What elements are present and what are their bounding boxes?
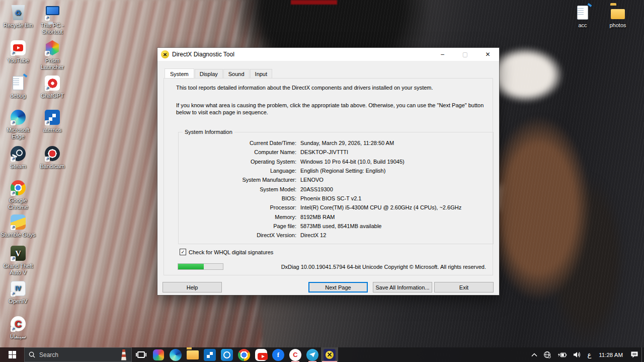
sysinfo-row: BIOS:Phoenix BIOS SC-T v2.1 <box>179 194 493 203</box>
system-tab-page: This tool reports detailed information a… <box>164 78 493 275</box>
youtube-icon <box>11 40 26 55</box>
search-icon <box>29 351 35 358</box>
save-all-information-button[interactable]: Save All Information... <box>373 282 432 293</box>
desktop-icon-prism-launcher[interactable]: Prism Launcher <box>34 39 70 70</box>
row-label: Computer Name: <box>179 149 296 155</box>
gta-v-icon <box>11 246 26 261</box>
row-label: Current Date/Time: <box>179 140 296 146</box>
maximize-button[interactable]: ▢ <box>454 48 476 61</box>
start-button[interactable] <box>0 347 24 362</box>
youtube-icon <box>255 349 267 361</box>
taskbar-clock[interactable]: 11:28 AM <box>594 347 627 362</box>
tab-sound[interactable]: Sound <box>223 69 250 79</box>
desktop-icon-label: acc <box>578 22 587 29</box>
desktop-icon-openiv[interactable]: OpenIV <box>0 280 36 305</box>
taskbar-file-explorer-button[interactable] <box>184 347 201 362</box>
desktop-icon-recycle-bin[interactable]: Recycle Bin <box>0 4 36 29</box>
desktop-icon-label: Google Chrome <box>0 197 36 210</box>
desktop-icon-label: YouTube <box>7 57 29 64</box>
desktop-icon-this-pc[interactable]: This PC - Shortcut <box>34 4 70 35</box>
desktop-icon-youtube[interactable]: YouTube <box>0 39 36 64</box>
next-page-button[interactable]: Next Page <box>308 282 368 293</box>
desktop-icon-label: Bandicam <box>40 163 65 170</box>
intro-text-1: This tool reports detailed information a… <box>176 84 488 91</box>
sysinfo-row: DirectX Version:DirectX 12 <box>179 231 493 240</box>
help-button[interactable]: Help <box>163 282 222 293</box>
tab-system[interactable]: System <box>165 68 194 79</box>
progress-bar-fill <box>178 264 204 269</box>
text-document-icon <box>577 6 588 20</box>
desktop-icon-cinemana[interactable]: سينمانا <box>0 315 36 340</box>
row-value: 20ASS19300 <box>300 186 333 192</box>
desktop-icon-edge[interactable]: Microsoft Edge <box>0 109 36 140</box>
recycle-bin-icon <box>11 5 26 20</box>
taskbar-youtube-button[interactable] <box>253 347 270 362</box>
system-tray: ع 11:28 AM <box>528 347 644 362</box>
taskbar-dxdiag-button[interactable] <box>321 347 338 362</box>
battery-tray-button[interactable] <box>554 347 570 362</box>
desktop-icon-gta-v[interactable]: Grand Theft Auto V <box>0 245 36 276</box>
whql-checkbox-row[interactable]: Check for WHQL digital signatures <box>180 249 273 255</box>
tab-display[interactable]: Display <box>195 69 223 79</box>
network-tray-button[interactable] <box>540 347 554 362</box>
show-desktop-button[interactable] <box>641 347 644 362</box>
tab-input[interactable]: Input <box>250 69 272 79</box>
action-center-icon <box>630 351 638 358</box>
sysinfo-row: Language:English (Regional Setting: Engl… <box>179 166 493 175</box>
input-language-indicator[interactable]: ع <box>584 347 594 362</box>
desktop-icon-debug[interactable]: debug <box>0 75 36 99</box>
taskbar-widgets-button[interactable] <box>150 347 167 362</box>
chrome-icon <box>11 180 26 195</box>
edge-icon <box>11 110 26 125</box>
desktop-icon-label: Prism Launcher <box>34 57 70 70</box>
desktop-icon-label: Grand Theft Auto V <box>0 263 36 276</box>
sysinfo-row: Page file:5873MB used, 8541MB available <box>179 222 493 231</box>
taskbar-facebook-button[interactable] <box>270 347 287 362</box>
action-center-button[interactable] <box>627 347 641 362</box>
wallpaper-red-smear <box>291 0 337 5</box>
taskbar-outlook-button[interactable] <box>218 347 235 362</box>
sysinfo-row: Current Date/Time:Sunday, March 29, 2026… <box>179 138 493 148</box>
exit-button[interactable]: Exit <box>434 282 494 293</box>
desktop-icon-chatgpt[interactable]: ChatGPT <box>34 75 70 99</box>
desktop-icon-photos[interactable]: photos <box>600 4 636 29</box>
whql-checkbox-label: Check for WHQL digital signatures <box>189 249 273 255</box>
task-view-button[interactable] <box>132 347 150 362</box>
taskbar-telegram-button[interactable] <box>304 347 321 362</box>
intro-text-2: If you know what area is causing the pro… <box>176 102 489 116</box>
directx-app-icon <box>161 50 169 58</box>
taskbar-edge-button[interactable] <box>167 347 184 362</box>
close-button[interactable]: ✕ <box>476 48 499 61</box>
sysinfo-row: Memory:8192MB RAM <box>179 212 493 221</box>
title-bar[interactable]: DirectX Diagnostic Tool – ▢ ✕ <box>157 48 499 61</box>
row-value: Phoenix BIOS SC-T v2.1 <box>300 195 361 201</box>
desktop-icon-acc[interactable]: acc <box>565 4 601 29</box>
desktop-icon-chrome[interactable]: Google Chrome <box>0 179 36 210</box>
desktop-icon-steam[interactable]: Steam <box>0 145 36 170</box>
taskbar-cinemana-button[interactable] <box>287 347 304 362</box>
groupbox-title: System Information <box>183 129 234 135</box>
row-label: System Manufacturer: <box>179 177 296 183</box>
row-label: Page file: <box>179 223 296 229</box>
network-globe-icon <box>543 351 551 358</box>
search-box[interactable]: Search <box>24 347 132 362</box>
chrome-icon <box>238 349 250 361</box>
desktop-icon-aternos[interactable]: aternos <box>34 109 70 133</box>
taskbar-store-button[interactable] <box>201 347 218 362</box>
prism-launcher-icon <box>45 40 60 55</box>
telegram-icon <box>306 349 318 361</box>
volume-tray-button[interactable] <box>570 347 584 362</box>
whql-checkbox[interactable] <box>180 249 186 255</box>
desktop-icon-label: Recycle Bin <box>4 22 33 29</box>
desktop-icon-label: Microsoft Edge <box>0 127 36 140</box>
desktop-icon-bandicam[interactable]: Bandicam <box>34 145 70 170</box>
taskbar: Search ع 11:28 AM <box>0 347 644 362</box>
row-value: DESKTOP-JIVTTTI <box>300 149 348 155</box>
cinemana-icon <box>289 349 301 361</box>
windows-logo-icon <box>9 351 16 358</box>
minimize-button[interactable]: – <box>431 48 454 61</box>
taskbar-chrome-button[interactable] <box>235 347 253 362</box>
tray-chevron-button[interactable] <box>528 347 540 362</box>
tab-strip: System Display Sound Input <box>165 68 273 79</box>
desktop-icon-stumble-guys[interactable]: Stumble Guys <box>0 213 36 238</box>
